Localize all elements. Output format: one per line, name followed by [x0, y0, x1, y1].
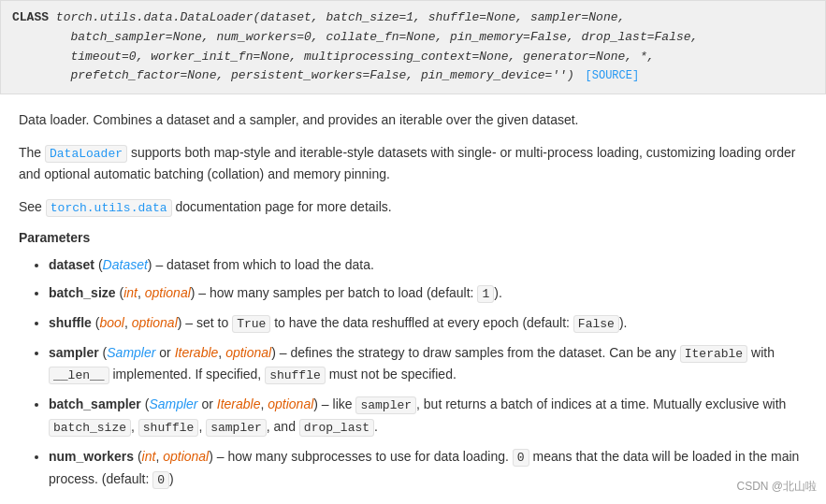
param-optional-batch-sampler: optional	[268, 396, 313, 411]
param-type-batch-size: int	[123, 285, 138, 300]
param-batch-size: batch_size (int, optional) – how many sa…	[49, 282, 807, 305]
class-label: CLASS	[12, 10, 49, 24]
desc-suffix-2: supports both map-style and iterable-sty…	[19, 145, 795, 182]
param-type-num-workers: int	[142, 449, 156, 464]
watermark-text: CSDN @北山啦	[736, 480, 817, 493]
shuffle-false-code: False	[573, 315, 619, 333]
desc-prefix-2: The	[19, 145, 41, 160]
shuffle-true-code: True	[232, 315, 270, 333]
param-desc-batch-size: – how many samples per batch to load (de…	[198, 285, 501, 300]
sampler-shuffle-code: shuffle	[265, 367, 326, 384]
param-name-dataset: dataset	[49, 257, 94, 272]
content-area: Data loader. Combines a dataset and a sa…	[0, 94, 826, 504]
batch-size-default: 1	[477, 285, 494, 303]
param-type-sampler-link[interactable]: Sampler	[107, 345, 155, 360]
param-name-shuffle: shuffle	[49, 315, 92, 330]
source-link[interactable]: [SOURCE]	[586, 69, 640, 82]
param-batch-sampler: batch_sampler (Sampler or Iterable, opti…	[49, 394, 807, 439]
param-desc-num-workers: – how many subprocesses to use for data …	[49, 449, 799, 486]
param-type-iterable-sampler: Iterable	[175, 345, 219, 360]
desc-prefix-3: See	[19, 199, 42, 214]
param-type-dataset-link[interactable]: Dataset	[103, 257, 148, 272]
sampler-iterable-code: Iterable	[680, 345, 747, 363]
param-type-shuffle: bool	[99, 315, 123, 330]
description-line1: Data loader. Combines a dataset and a sa…	[19, 109, 807, 130]
param-dataset: dataset (Dataset) – dataset from which t…	[49, 254, 807, 275]
param-sampler: sampler (Sampler or Iterable, optional) …	[49, 342, 807, 387]
batch-size-code: batch_size	[49, 419, 131, 437]
param-optional-sampler: optional	[225, 345, 271, 360]
param-name-batch-size: batch_size	[49, 285, 116, 300]
param-desc-sampler: – defines the strategy to draw samples f…	[49, 345, 775, 382]
num-workers-zero-code: 0	[513, 449, 529, 467]
batch-sampler-code: sampler	[355, 396, 416, 414]
dataloader-code-link[interactable]: DataLoader	[45, 145, 127, 163]
parameters-heading: Parameters	[19, 230, 807, 245]
class-header: CLASS torch.utils.data.DataLoader(datase…	[0, 0, 826, 94]
description-line3: See torch.utils.data documentation page …	[19, 196, 807, 219]
param-optional-shuffle: optional	[132, 315, 178, 330]
param-desc-dataset: – dataset from which to load the data.	[155, 257, 373, 272]
param-type-iterable-batch-sampler: Iterable	[217, 396, 261, 411]
watermark: CSDN @北山啦	[736, 479, 817, 495]
torch-utils-data-link[interactable]: torch.utils.data	[46, 199, 172, 217]
shuffle-code: shuffle	[138, 419, 199, 437]
param-shuffle: shuffle (bool, optional) – set to True t…	[49, 312, 807, 335]
description-line2: The DataLoader supports both map-style a…	[19, 142, 807, 185]
page-wrapper: CLASS torch.utils.data.DataLoader(datase…	[0, 0, 826, 504]
param-name-batch-sampler: batch_sampler	[49, 396, 141, 411]
param-name-sampler: sampler	[49, 345, 99, 360]
param-num-workers: num_workers (int, optional) – how many s…	[49, 446, 807, 491]
parameters-list: dataset (Dataset) – dataset from which t…	[19, 254, 807, 491]
desc-text-1: Data loader. Combines a dataset and a sa…	[19, 112, 579, 127]
num-workers-default-code: 0	[152, 471, 169, 489]
sampler-code: sampler	[206, 419, 267, 437]
param-type-batch-sampler-link[interactable]: Sampler	[149, 396, 197, 411]
param-optional-batch-size: optional	[145, 285, 191, 300]
param-optional-num-workers: optional	[163, 449, 209, 464]
param-desc-shuffle: – set to True to have the data reshuffle…	[185, 315, 627, 330]
drop-last-code: drop_last	[299, 419, 374, 437]
param-name-num-workers: num_workers	[49, 449, 134, 464]
sampler-len-code: __len__	[49, 367, 109, 384]
desc-suffix-3: documentation page for more details.	[176, 199, 392, 214]
